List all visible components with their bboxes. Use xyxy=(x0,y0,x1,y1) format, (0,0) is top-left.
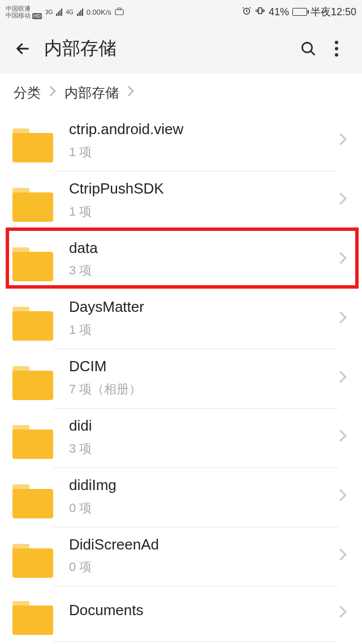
page-title: 内部存储 xyxy=(44,36,117,61)
folder-icon xyxy=(12,544,53,578)
folder-text: Documents xyxy=(53,594,338,642)
folder-name: data xyxy=(69,239,338,258)
folder-name: CtripPushSDK xyxy=(69,179,338,199)
folder-name: DidiScreenAd xyxy=(69,535,338,555)
folder-name: Documents xyxy=(69,601,338,620)
folder-icon xyxy=(12,307,53,341)
folder-name: didiImg xyxy=(69,476,338,495)
chevron-right-icon xyxy=(338,191,350,218)
folder-item[interactable]: Documents xyxy=(0,586,362,642)
chevron-right-icon xyxy=(338,370,350,397)
signal-bars-1 xyxy=(56,8,62,16)
signal-bars-2 xyxy=(77,8,83,16)
svg-rect-3 xyxy=(258,7,262,14)
folder-text: DidiScreenAd 0 项 xyxy=(53,535,338,587)
search-icon xyxy=(299,40,317,58)
battery-icon xyxy=(292,8,307,16)
hd-badge: HD xyxy=(32,13,42,19)
folder-icon xyxy=(12,366,53,400)
back-button[interactable] xyxy=(11,37,34,60)
folder-meta: 1 项 xyxy=(69,144,338,161)
alarm-icon xyxy=(242,6,252,19)
search-button[interactable] xyxy=(294,35,322,63)
vibrate-icon xyxy=(255,6,265,19)
folder-icon xyxy=(12,484,53,518)
chevron-right-icon xyxy=(338,428,350,456)
svg-rect-1 xyxy=(118,8,121,10)
battery-pct: 41% xyxy=(269,6,289,18)
chevron-right-icon xyxy=(338,547,350,574)
folder-icon xyxy=(12,188,53,222)
folder-text: DaysMatter 1 项 xyxy=(53,298,338,349)
folder-icon xyxy=(12,247,53,281)
folder-item[interactable]: DaysMatter 1 项 xyxy=(0,290,362,349)
folder-icon xyxy=(12,425,53,459)
folder-list: ctrip.android.view 1 项 CtripPushSDK 1 项 … xyxy=(0,112,362,642)
folder-text: didi 3 项 xyxy=(53,417,338,468)
status-right: 41% 半夜12:50 xyxy=(242,5,356,19)
folder-meta: 3 项 xyxy=(69,262,338,279)
chevron-right-icon xyxy=(338,310,350,337)
folder-icon xyxy=(12,601,53,635)
folder-name: DaysMatter xyxy=(69,298,338,317)
breadcrumb-current[interactable]: 内部存储 xyxy=(64,84,119,102)
net-label-2: 4G xyxy=(66,9,73,15)
folder-text: DCIM 7 项（相册） xyxy=(53,357,338,409)
chevron-right-icon xyxy=(338,604,350,632)
net-label-1: 3G xyxy=(45,9,53,15)
chevron-right-icon xyxy=(338,488,350,515)
breadcrumb-root[interactable]: 分类 xyxy=(14,84,41,102)
folder-item[interactable]: CtripPushSDK 1 项 xyxy=(0,171,362,231)
chevron-right-icon xyxy=(49,85,57,101)
folder-text: data 3 项 xyxy=(53,239,338,290)
breadcrumb: 分类 内部存储 xyxy=(0,74,362,112)
folder-name: ctrip.android.view xyxy=(69,120,338,139)
app-bar: 内部存储 xyxy=(0,24,362,74)
briefcase-icon xyxy=(115,7,124,17)
more-button[interactable] xyxy=(322,35,351,63)
folder-meta: 1 项 xyxy=(69,321,338,338)
svg-rect-0 xyxy=(115,10,123,15)
arrow-left-icon xyxy=(14,40,32,58)
folder-meta: 3 项 xyxy=(69,440,338,457)
folder-meta: 7 项（相册） xyxy=(69,381,338,398)
folder-name: DCIM xyxy=(69,357,338,376)
chevron-right-icon xyxy=(338,132,350,159)
folder-item[interactable]: didi 3 项 xyxy=(0,409,362,468)
status-signals: 3G 4G 0.00K/s xyxy=(45,7,124,17)
folder-item[interactable]: DCIM 7 项（相册） xyxy=(0,349,362,409)
status-bar: 中国联通 中国移动 HD 3G 4G 0.00K/s 41% 半夜12:50 xyxy=(0,0,362,24)
folder-text: CtripPushSDK 1 项 xyxy=(53,179,338,231)
chevron-right-icon xyxy=(338,251,350,278)
carrier-labels: 中国联通 中国移动 HD xyxy=(6,5,42,19)
folder-item[interactable]: didiImg 0 项 xyxy=(0,468,362,527)
folder-item[interactable]: data 3 项 xyxy=(0,231,362,290)
chevron-right-icon xyxy=(127,85,135,101)
folder-meta: 0 项 xyxy=(69,559,338,576)
folder-meta: 1 项 xyxy=(69,203,338,220)
more-vertical-icon xyxy=(335,41,338,57)
carrier-2: 中国移动 HD xyxy=(6,12,42,19)
folder-item[interactable]: ctrip.android.view 1 项 xyxy=(0,112,362,171)
folder-icon xyxy=(12,128,53,162)
folder-name: didi xyxy=(69,417,338,436)
folder-meta: 0 项 xyxy=(69,500,338,517)
net-speed: 0.00K/s xyxy=(87,8,111,16)
folder-text: didiImg 0 项 xyxy=(53,476,338,527)
clock-time: 半夜12:50 xyxy=(311,5,356,19)
folder-text: ctrip.android.view 1 项 xyxy=(53,120,338,171)
carrier-1: 中国联通 xyxy=(6,5,42,12)
folder-item[interactable]: DidiScreenAd 0 项 xyxy=(0,527,362,587)
